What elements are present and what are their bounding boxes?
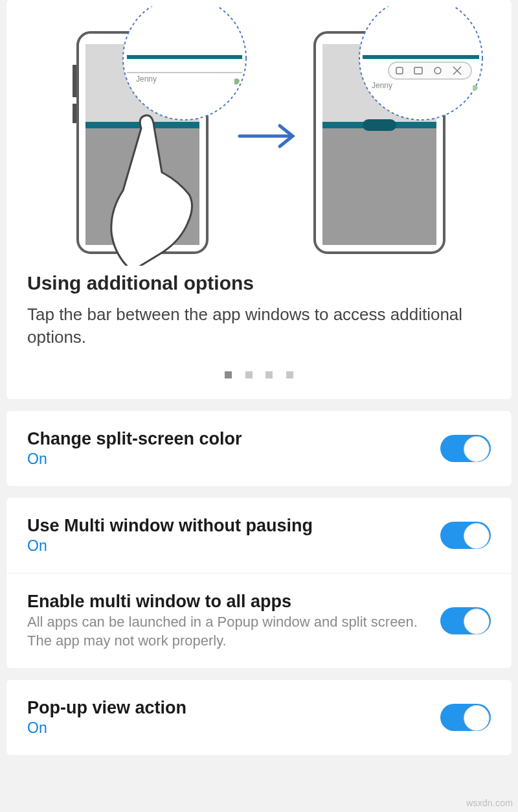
arrow-right-icon <box>240 126 293 146</box>
bubble-name-2: Jenny <box>372 81 392 90</box>
setting-title: Use Multi window without pausing <box>27 516 427 536</box>
toggle-switch[interactable] <box>440 607 491 634</box>
page-dot[interactable] <box>225 371 232 378</box>
setting-status: On <box>27 537 427 555</box>
svg-rect-1 <box>73 65 76 97</box>
svg-rect-2 <box>73 104 76 123</box>
help-description: Tap the bar between the app windows to a… <box>6 303 512 367</box>
help-title: Using additional options <box>6 272 512 303</box>
toggle-switch[interactable] <box>440 522 491 549</box>
setting-title: Pop-up view action <box>27 698 427 718</box>
watermark: wsxdn.com <box>466 798 513 808</box>
setting-description: All apps can be launched in a Popup wind… <box>27 613 427 650</box>
page-indicator <box>6 367 512 384</box>
settings-card: Use Multi window without pausing On Enab… <box>6 498 512 668</box>
setting-title: Change split-screen color <box>27 429 427 449</box>
page-dot[interactable] <box>286 371 293 378</box>
split-screen-illustration: Jenny <box>26 6 492 266</box>
help-card: Jenny <box>6 0 512 399</box>
bubble-name-1: Jenny <box>136 75 157 84</box>
settings-card: Change split-screen color On <box>6 411 512 486</box>
toggle-switch[interactable] <box>440 704 491 731</box>
setting-change-split-screen-color[interactable]: Change split-screen color On <box>6 411 512 486</box>
toggle-switch[interactable] <box>440 435 491 462</box>
page-dot[interactable] <box>245 371 253 378</box>
page-dot[interactable] <box>265 371 273 378</box>
setting-multi-window-no-pause[interactable]: Use Multi window without pausing On <box>6 498 512 573</box>
setting-status: On <box>27 450 427 468</box>
setting-popup-view-action[interactable]: Pop-up view action On <box>6 680 512 755</box>
help-illustration: Jenny <box>6 0 512 272</box>
settings-card: Pop-up view action On <box>6 680 512 755</box>
svg-rect-12 <box>322 125 436 245</box>
svg-rect-17 <box>388 62 471 79</box>
setting-title: Enable multi window to all apps <box>27 592 427 612</box>
setting-status: On <box>27 719 427 737</box>
svg-rect-14 <box>363 119 396 131</box>
setting-enable-multi-window-all-apps[interactable]: Enable multi window to all apps All apps… <box>6 573 512 668</box>
